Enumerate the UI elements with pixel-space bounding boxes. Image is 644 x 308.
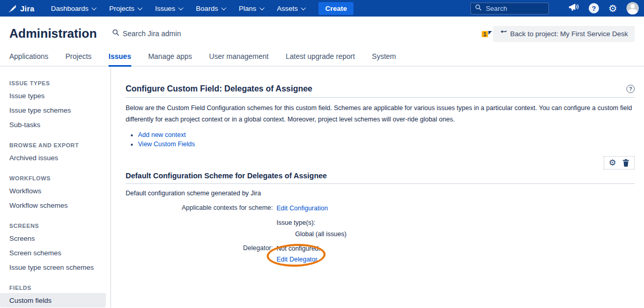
nav-boards[interactable]: Boards bbox=[196, 5, 225, 12]
list-item: View Custom Fields bbox=[138, 140, 635, 149]
app-navbar: Jira Dashboards Projects Issues Boards P… bbox=[0, 0, 644, 17]
delegator-value: Not configured. bbox=[277, 244, 320, 253]
sidebar-header-fields: FIELDS bbox=[0, 283, 110, 293]
main-content: Configure Custom Field: Delegates of Ass… bbox=[111, 67, 644, 308]
chevron-down-icon bbox=[301, 5, 306, 10]
chevron-down-icon bbox=[137, 5, 143, 10]
tab-system[interactable]: System bbox=[372, 52, 396, 67]
nav-assets[interactable]: Assets bbox=[277, 5, 305, 12]
admin-search-input[interactable]: Search Jira admin bbox=[112, 29, 181, 38]
sidebar-item-sub-tasks[interactable]: Sub-tasks bbox=[0, 117, 106, 132]
return-arrow-icon bbox=[500, 30, 507, 38]
delegator-label: Delegator: bbox=[126, 244, 277, 264]
settings-button[interactable]: ⚙ bbox=[608, 4, 617, 13]
search-icon bbox=[112, 29, 119, 38]
sidebar-header-issue-types: ISSUE TYPES bbox=[0, 78, 110, 88]
tab-latest-upgrade-report[interactable]: Latest upgrade report bbox=[286, 52, 355, 67]
help-button[interactable] bbox=[589, 3, 599, 13]
search-icon bbox=[475, 4, 482, 13]
delete-scheme-trash-icon[interactable] bbox=[622, 159, 630, 167]
tab-user-management[interactable]: User management bbox=[209, 52, 269, 67]
description-text: Below are the Custom Field Configuration… bbox=[126, 103, 635, 126]
sidebar-item-screens[interactable]: Screens bbox=[0, 231, 106, 245]
notification-badge: 1 bbox=[481, 30, 488, 38]
edit-configuration-link[interactable]: Edit Configuration bbox=[277, 205, 328, 212]
content-title: Configure Custom Field: Delegates of Ass… bbox=[126, 84, 312, 94]
nav-issues[interactable]: Issues bbox=[155, 5, 182, 12]
create-button[interactable]: Create bbox=[318, 2, 354, 15]
add-new-context-link[interactable]: Add new context bbox=[138, 131, 186, 138]
admin-search-label: Search Jira admin bbox=[122, 29, 181, 38]
avatar bbox=[626, 2, 639, 14]
nav-projects[interactable]: Projects bbox=[109, 5, 141, 12]
sidebar-header-workflows: WORKFLOWS bbox=[0, 173, 110, 183]
chevron-down-icon bbox=[178, 5, 183, 10]
sidebar-item-issue-type-screen-schemes[interactable]: Issue type screen schemes bbox=[0, 260, 106, 274]
scheme-operations-box: ⚙ bbox=[604, 156, 635, 170]
sidebar-header-browse-and-export: BROWSE AND EXPORT bbox=[0, 140, 110, 150]
issues-sidebar: ISSUE TYPES Issue types Issue type schem… bbox=[0, 67, 111, 308]
tab-applications[interactable]: Applications bbox=[9, 52, 49, 67]
sidebar-item-workflow-schemes[interactable]: Workflow schemes bbox=[0, 198, 106, 212]
chevron-down-icon bbox=[259, 5, 265, 10]
megaphone-icon bbox=[569, 3, 579, 14]
view-custom-fields-link[interactable]: View Custom Fields bbox=[138, 141, 195, 148]
chevron-down-icon bbox=[91, 5, 97, 10]
global-search-input[interactable]: Search bbox=[470, 3, 549, 14]
jira-logo-text: Jira bbox=[20, 4, 35, 13]
sidebar-item-custom-fields[interactable]: Custom fields bbox=[0, 293, 106, 307]
jira-logo[interactable]: Jira bbox=[7, 4, 35, 13]
gear-icon: ⚙ bbox=[608, 4, 617, 13]
scheme-subtitle: Default configuration scheme generated b… bbox=[126, 190, 635, 197]
sidebar-item-workflows[interactable]: Workflows bbox=[0, 183, 106, 198]
sidebar-item-screen-schemes[interactable]: Screen schemes bbox=[0, 245, 106, 260]
sidebar-item-archived-issues[interactable]: Archived issues bbox=[0, 150, 106, 165]
edit-delegator-link[interactable]: Edit Delegator bbox=[277, 256, 317, 263]
configure-scheme-gear-icon[interactable]: ⚙ bbox=[609, 159, 616, 167]
contexts-label: Applicable contexts for scheme: bbox=[126, 204, 277, 213]
sidebar-header-screens: SCREENS bbox=[0, 221, 110, 231]
jira-logo-icon bbox=[7, 4, 17, 13]
issue-types-label: Issue type(s): bbox=[277, 219, 346, 227]
search-placeholder: Search bbox=[486, 5, 507, 12]
sidebar-item-issue-types[interactable]: Issue types bbox=[0, 88, 106, 103]
nav-dashboards[interactable]: Dashboards bbox=[51, 5, 96, 12]
announcements-button[interactable] bbox=[569, 3, 579, 14]
sidebar-item-issue-type-schemes[interactable]: Issue type schemes bbox=[0, 103, 106, 117]
tab-manage-apps[interactable]: Manage apps bbox=[148, 52, 192, 67]
chevron-down-icon bbox=[221, 5, 226, 10]
nav-plans[interactable]: Plans bbox=[239, 5, 263, 12]
admin-tabbar: Applications Projects Issues Manage apps… bbox=[0, 51, 644, 67]
list-item: Add new context bbox=[138, 130, 635, 140]
scheme-config-table: Applicable contexts for scheme: Edit Con… bbox=[126, 204, 635, 264]
context-actions-list: Add new context View Custom Fields bbox=[138, 130, 635, 149]
admin-header: Administration Search Jira admin 1 Back … bbox=[0, 17, 644, 51]
issue-types-value: Global (all issues) bbox=[277, 230, 346, 239]
scheme-title: Default Configuration Scheme for Delegat… bbox=[126, 172, 635, 184]
tab-issues[interactable]: Issues bbox=[109, 52, 131, 67]
back-to-project-button[interactable]: Back to project: My First Service Desk bbox=[493, 26, 635, 42]
profile-button[interactable] bbox=[626, 2, 639, 14]
help-icon bbox=[589, 3, 599, 13]
tab-projects[interactable]: Projects bbox=[66, 52, 92, 67]
help-icon[interactable] bbox=[626, 85, 635, 93]
page-title: Administration bbox=[9, 26, 97, 41]
